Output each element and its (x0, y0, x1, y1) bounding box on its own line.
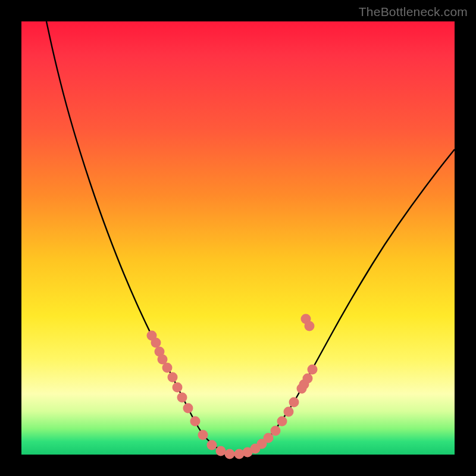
data-markers (147, 314, 318, 459)
data-marker (225, 449, 235, 459)
data-marker (173, 383, 183, 393)
plot-area (21, 21, 455, 455)
bottleneck-curve (46, 21, 455, 455)
data-marker (289, 397, 299, 408)
data-marker (216, 446, 226, 456)
data-marker (305, 321, 315, 331)
data-marker (168, 372, 178, 383)
data-marker (162, 363, 173, 373)
data-marker (177, 393, 187, 403)
data-marker (183, 403, 193, 414)
data-marker (264, 433, 274, 443)
data-marker (284, 407, 294, 417)
data-marker (207, 440, 217, 450)
watermark-text: TheBottleneck.com (359, 5, 468, 19)
chart-frame: TheBottleneck.com (0, 0, 476, 476)
data-marker (190, 416, 201, 427)
curve-layer (21, 21, 455, 455)
data-marker (234, 449, 245, 459)
data-marker (308, 365, 318, 375)
data-marker (277, 416, 287, 427)
data-marker (151, 338, 161, 348)
data-marker (303, 374, 313, 384)
data-marker (271, 426, 281, 436)
data-marker (198, 430, 208, 440)
